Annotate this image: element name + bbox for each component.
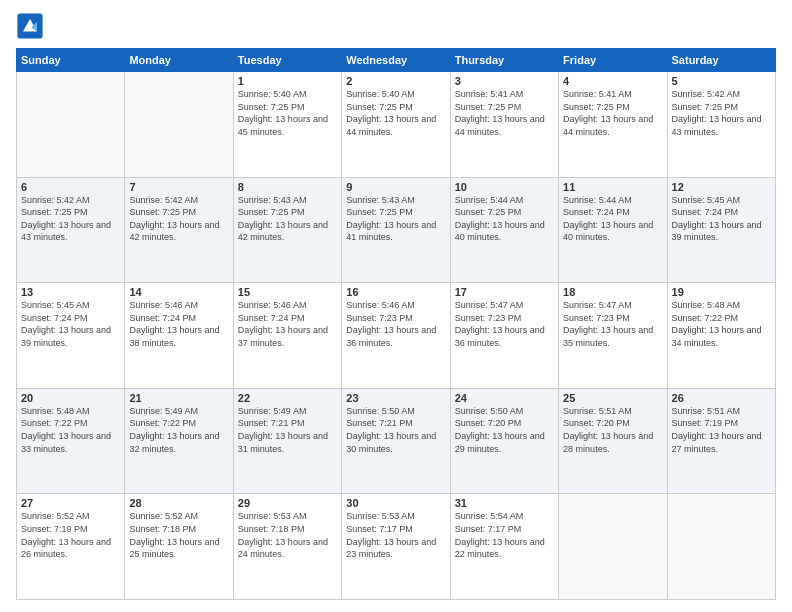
day-info: Sunrise: 5:42 AM Sunset: 7:25 PM Dayligh… [21, 194, 120, 244]
table-row: 11Sunrise: 5:44 AM Sunset: 7:24 PM Dayli… [559, 177, 667, 283]
day-number: 15 [238, 286, 337, 298]
table-row: 18Sunrise: 5:47 AM Sunset: 7:23 PM Dayli… [559, 283, 667, 389]
table-row: 20Sunrise: 5:48 AM Sunset: 7:22 PM Dayli… [17, 388, 125, 494]
day-info: Sunrise: 5:50 AM Sunset: 7:21 PM Dayligh… [346, 405, 445, 455]
col-wednesday: Wednesday [342, 49, 450, 72]
day-info: Sunrise: 5:44 AM Sunset: 7:25 PM Dayligh… [455, 194, 554, 244]
calendar-week-row: 20Sunrise: 5:48 AM Sunset: 7:22 PM Dayli… [17, 388, 776, 494]
day-info: Sunrise: 5:48 AM Sunset: 7:22 PM Dayligh… [672, 299, 771, 349]
day-info: Sunrise: 5:52 AM Sunset: 7:19 PM Dayligh… [21, 510, 120, 560]
col-friday: Friday [559, 49, 667, 72]
day-number: 19 [672, 286, 771, 298]
day-number: 9 [346, 181, 445, 193]
table-row: 22Sunrise: 5:49 AM Sunset: 7:21 PM Dayli… [233, 388, 341, 494]
table-row: 26Sunrise: 5:51 AM Sunset: 7:19 PM Dayli… [667, 388, 775, 494]
col-thursday: Thursday [450, 49, 558, 72]
day-number: 23 [346, 392, 445, 404]
day-number: 26 [672, 392, 771, 404]
table-row: 31Sunrise: 5:54 AM Sunset: 7:17 PM Dayli… [450, 494, 558, 600]
day-info: Sunrise: 5:45 AM Sunset: 7:24 PM Dayligh… [672, 194, 771, 244]
calendar-week-row: 13Sunrise: 5:45 AM Sunset: 7:24 PM Dayli… [17, 283, 776, 389]
table-row: 3Sunrise: 5:41 AM Sunset: 7:25 PM Daylig… [450, 72, 558, 178]
calendar-week-row: 27Sunrise: 5:52 AM Sunset: 7:19 PM Dayli… [17, 494, 776, 600]
day-number: 18 [563, 286, 662, 298]
day-info: Sunrise: 5:44 AM Sunset: 7:24 PM Dayligh… [563, 194, 662, 244]
day-number: 13 [21, 286, 120, 298]
day-info: Sunrise: 5:49 AM Sunset: 7:22 PM Dayligh… [129, 405, 228, 455]
page: Sunday Monday Tuesday Wednesday Thursday… [0, 0, 792, 612]
table-row: 1Sunrise: 5:40 AM Sunset: 7:25 PM Daylig… [233, 72, 341, 178]
day-number: 6 [21, 181, 120, 193]
day-info: Sunrise: 5:40 AM Sunset: 7:25 PM Dayligh… [346, 88, 445, 138]
col-tuesday: Tuesday [233, 49, 341, 72]
table-row: 15Sunrise: 5:46 AM Sunset: 7:24 PM Dayli… [233, 283, 341, 389]
day-number: 7 [129, 181, 228, 193]
calendar: Sunday Monday Tuesday Wednesday Thursday… [16, 48, 776, 600]
table-row [17, 72, 125, 178]
day-number: 21 [129, 392, 228, 404]
day-info: Sunrise: 5:47 AM Sunset: 7:23 PM Dayligh… [563, 299, 662, 349]
table-row: 2Sunrise: 5:40 AM Sunset: 7:25 PM Daylig… [342, 72, 450, 178]
day-info: Sunrise: 5:54 AM Sunset: 7:17 PM Dayligh… [455, 510, 554, 560]
table-row: 21Sunrise: 5:49 AM Sunset: 7:22 PM Dayli… [125, 388, 233, 494]
day-info: Sunrise: 5:45 AM Sunset: 7:24 PM Dayligh… [21, 299, 120, 349]
table-row: 5Sunrise: 5:42 AM Sunset: 7:25 PM Daylig… [667, 72, 775, 178]
day-number: 17 [455, 286, 554, 298]
day-number: 8 [238, 181, 337, 193]
table-row: 7Sunrise: 5:42 AM Sunset: 7:25 PM Daylig… [125, 177, 233, 283]
day-info: Sunrise: 5:41 AM Sunset: 7:25 PM Dayligh… [455, 88, 554, 138]
day-number: 14 [129, 286, 228, 298]
table-row [667, 494, 775, 600]
day-info: Sunrise: 5:48 AM Sunset: 7:22 PM Dayligh… [21, 405, 120, 455]
day-number: 22 [238, 392, 337, 404]
table-row: 12Sunrise: 5:45 AM Sunset: 7:24 PM Dayli… [667, 177, 775, 283]
day-info: Sunrise: 5:53 AM Sunset: 7:18 PM Dayligh… [238, 510, 337, 560]
day-number: 10 [455, 181, 554, 193]
day-number: 12 [672, 181, 771, 193]
day-info: Sunrise: 5:49 AM Sunset: 7:21 PM Dayligh… [238, 405, 337, 455]
table-row: 23Sunrise: 5:50 AM Sunset: 7:21 PM Dayli… [342, 388, 450, 494]
day-number: 4 [563, 75, 662, 87]
day-info: Sunrise: 5:51 AM Sunset: 7:20 PM Dayligh… [563, 405, 662, 455]
table-row: 13Sunrise: 5:45 AM Sunset: 7:24 PM Dayli… [17, 283, 125, 389]
day-number: 31 [455, 497, 554, 509]
day-number: 16 [346, 286, 445, 298]
day-info: Sunrise: 5:41 AM Sunset: 7:25 PM Dayligh… [563, 88, 662, 138]
day-info: Sunrise: 5:42 AM Sunset: 7:25 PM Dayligh… [129, 194, 228, 244]
table-row: 29Sunrise: 5:53 AM Sunset: 7:18 PM Dayli… [233, 494, 341, 600]
table-row: 9Sunrise: 5:43 AM Sunset: 7:25 PM Daylig… [342, 177, 450, 283]
day-info: Sunrise: 5:43 AM Sunset: 7:25 PM Dayligh… [238, 194, 337, 244]
day-info: Sunrise: 5:42 AM Sunset: 7:25 PM Dayligh… [672, 88, 771, 138]
table-row: 24Sunrise: 5:50 AM Sunset: 7:20 PM Dayli… [450, 388, 558, 494]
calendar-week-row: 6Sunrise: 5:42 AM Sunset: 7:25 PM Daylig… [17, 177, 776, 283]
day-number: 30 [346, 497, 445, 509]
day-number: 5 [672, 75, 771, 87]
table-row: 28Sunrise: 5:52 AM Sunset: 7:18 PM Dayli… [125, 494, 233, 600]
table-row: 17Sunrise: 5:47 AM Sunset: 7:23 PM Dayli… [450, 283, 558, 389]
day-info: Sunrise: 5:53 AM Sunset: 7:17 PM Dayligh… [346, 510, 445, 560]
table-row: 14Sunrise: 5:46 AM Sunset: 7:24 PM Dayli… [125, 283, 233, 389]
day-number: 3 [455, 75, 554, 87]
table-row: 4Sunrise: 5:41 AM Sunset: 7:25 PM Daylig… [559, 72, 667, 178]
day-number: 27 [21, 497, 120, 509]
table-row: 8Sunrise: 5:43 AM Sunset: 7:25 PM Daylig… [233, 177, 341, 283]
calendar-header-row: Sunday Monday Tuesday Wednesday Thursday… [17, 49, 776, 72]
day-number: 28 [129, 497, 228, 509]
col-saturday: Saturday [667, 49, 775, 72]
logo-icon [16, 12, 44, 40]
day-info: Sunrise: 5:43 AM Sunset: 7:25 PM Dayligh… [346, 194, 445, 244]
day-info: Sunrise: 5:46 AM Sunset: 7:23 PM Dayligh… [346, 299, 445, 349]
table-row [125, 72, 233, 178]
table-row: 27Sunrise: 5:52 AM Sunset: 7:19 PM Dayli… [17, 494, 125, 600]
table-row: 16Sunrise: 5:46 AM Sunset: 7:23 PM Dayli… [342, 283, 450, 389]
day-info: Sunrise: 5:51 AM Sunset: 7:19 PM Dayligh… [672, 405, 771, 455]
day-info: Sunrise: 5:46 AM Sunset: 7:24 PM Dayligh… [238, 299, 337, 349]
col-monday: Monday [125, 49, 233, 72]
day-number: 20 [21, 392, 120, 404]
day-number: 24 [455, 392, 554, 404]
day-info: Sunrise: 5:47 AM Sunset: 7:23 PM Dayligh… [455, 299, 554, 349]
logo [16, 12, 48, 40]
calendar-week-row: 1Sunrise: 5:40 AM Sunset: 7:25 PM Daylig… [17, 72, 776, 178]
day-number: 29 [238, 497, 337, 509]
day-info: Sunrise: 5:50 AM Sunset: 7:20 PM Dayligh… [455, 405, 554, 455]
